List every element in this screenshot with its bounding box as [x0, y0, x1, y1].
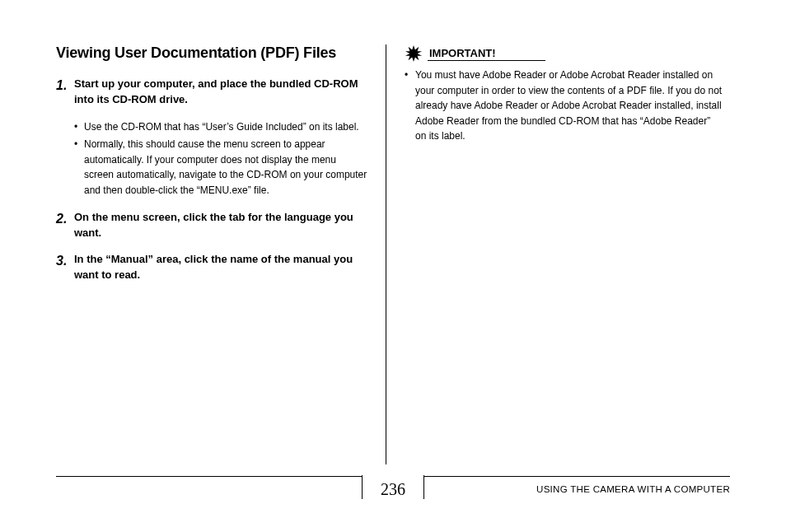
step-1-bullets: Use the CD-ROM that has “User’s Guide In… — [74, 119, 367, 198]
bullet-item: Use the CD-ROM that has “User’s Guide In… — [74, 119, 367, 135]
important-label: IMPORTANT! — [428, 47, 545, 61]
right-column: IMPORTANT! You must have Adobe Reader or… — [386, 44, 723, 464]
section-title: Viewing User Documentation (PDF) Files — [56, 44, 367, 62]
left-column: Viewing User Documentation (PDF) Files 1… — [56, 44, 386, 464]
step-text: In the “Manual” area, click the name of … — [74, 252, 367, 283]
bullet-item: Normally, this should cause the menu scr… — [74, 137, 367, 198]
page-number: 236 — [362, 475, 424, 499]
step-number: 3. — [56, 252, 74, 283]
starburst-icon — [405, 44, 423, 63]
step-3: 3. In the “Manual” area, click the name … — [56, 252, 367, 283]
step-text: On the menu screen, click the tab for th… — [74, 210, 367, 241]
step-number: 1. — [56, 77, 74, 108]
page-footer: 236 USING THE CAMERA WITH A COMPUTER — [56, 476, 730, 512]
step-text: Start up your computer, and place the bu… — [74, 77, 367, 108]
important-header: IMPORTANT! — [405, 44, 723, 63]
step-1: 1. Start up your computer, and place the… — [56, 77, 367, 108]
step-number: 2. — [56, 210, 74, 241]
step-2: 2. On the menu screen, click the tab for… — [56, 210, 367, 241]
document-page: Viewing User Documentation (PDF) Files 1… — [0, 0, 786, 532]
svg-marker-0 — [405, 45, 422, 62]
bullet-item: You must have Adobe Reader or Adobe Acro… — [405, 68, 723, 144]
footer-section-label: USING THE CAMERA WITH A COMPUTER — [536, 484, 730, 494]
important-bullets: You must have Adobe Reader or Adobe Acro… — [405, 68, 723, 144]
content-columns: Viewing User Documentation (PDF) Files 1… — [56, 44, 730, 464]
